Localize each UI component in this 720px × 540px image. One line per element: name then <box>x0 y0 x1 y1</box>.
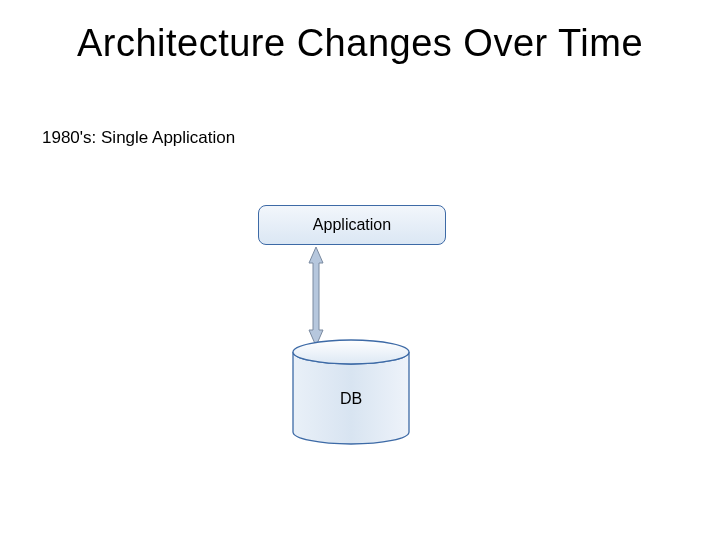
svg-point-0 <box>293 340 409 364</box>
application-node: Application <box>258 205 446 245</box>
era-subtitle: 1980's: Single Application <box>42 128 235 148</box>
database-node: DB <box>290 338 412 446</box>
slide-title: Architecture Changes Over Time <box>0 22 720 65</box>
database-label: DB <box>290 390 412 408</box>
double-arrow-icon <box>306 245 326 348</box>
bidirectional-arrow <box>306 245 326 348</box>
application-label: Application <box>313 216 391 234</box>
